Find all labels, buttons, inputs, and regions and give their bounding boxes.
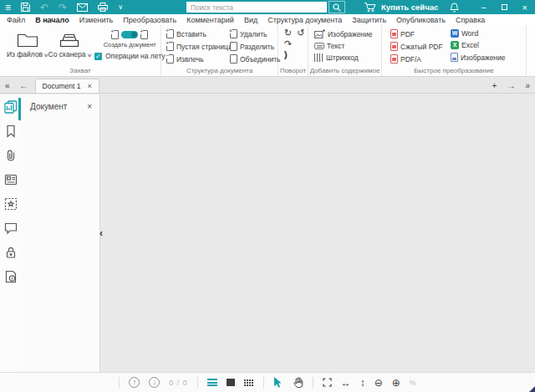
buy-now-button[interactable]: Купить сейчас bbox=[364, 2, 438, 13]
delete-button[interactable]: ×Удалить bbox=[230, 29, 281, 38]
panel-close-icon[interactable]: × bbox=[87, 102, 92, 111]
search-input[interactable] bbox=[186, 2, 327, 13]
blank-page-button[interactable]: +Пустая страница bbox=[166, 42, 227, 51]
hand-icon bbox=[293, 377, 303, 388]
menu-help[interactable]: Справка bbox=[456, 16, 485, 24]
add-text-label: Текст bbox=[327, 42, 344, 50]
scroll-tabs-end-button[interactable]: » bbox=[520, 81, 535, 93]
scroll-tabs-left-button[interactable]: ← bbox=[15, 81, 33, 93]
scroll-tabs-right-button[interactable]: → bbox=[502, 81, 520, 93]
next-page-button[interactable]: ↓ bbox=[149, 377, 160, 388]
menu-comment[interactable]: Комментарий bbox=[186, 16, 234, 24]
sidebar-item-comments[interactable] bbox=[4, 221, 18, 235]
search-button[interactable] bbox=[329, 1, 345, 13]
on-the-fly-checkbox-row[interactable]: ✓ Операции на лету bbox=[94, 52, 166, 60]
sidebar-item-attachments[interactable] bbox=[4, 149, 18, 162]
title-bar: ≡ ↶ ↷ ∨ Купить сейчас − × bbox=[0, 0, 535, 14]
quickbar-dropdown[interactable]: ∨ bbox=[113, 0, 128, 14]
sidebar-item-document-info[interactable] bbox=[4, 270, 18, 283]
zoom-in-button[interactable]: ⊕ bbox=[392, 378, 400, 388]
ribbon-group-add-content: Изображение Текст Штрихкод Добавить соде… bbox=[308, 25, 382, 76]
redo-icon: ↷ bbox=[59, 3, 67, 13]
menu-view[interactable]: Вид bbox=[244, 16, 257, 24]
convert-pdfa-button[interactable]: PDF/A bbox=[390, 54, 444, 64]
convert-word-button[interactable]: WWord bbox=[451, 29, 506, 38]
previous-page-button[interactable]: ↑ bbox=[129, 377, 140, 388]
fit-height-button[interactable]: ↕ bbox=[360, 378, 365, 388]
fit-width-button[interactable]: ↔ bbox=[341, 378, 351, 388]
new-tab-button[interactable]: + bbox=[487, 81, 502, 93]
convert-compressed-pdf-button[interactable]: Сжатый PDF bbox=[390, 42, 444, 51]
tab-bar: « ← Document 1 × + → » bbox=[0, 77, 535, 94]
ribbon-group-capture: Из файлов∨ Со сканера∨ + + Создать докум… bbox=[0, 25, 161, 76]
bookmark-icon bbox=[4, 125, 18, 138]
add-text-button[interactable]: Текст bbox=[314, 42, 381, 50]
insert-button[interactable]: +Вставить bbox=[166, 29, 227, 38]
pdfa-file-icon bbox=[390, 54, 398, 64]
sidebar-item-pages[interactable] bbox=[4, 100, 18, 114]
status-bar: ↑ ↓ 0 / 0 ↔ ↕ ⊖ ⊕ % bbox=[0, 372, 535, 392]
extract-button[interactable]: −Извлечь bbox=[166, 54, 227, 64]
email-button[interactable] bbox=[72, 0, 93, 14]
window-resize-grip[interactable] bbox=[529, 386, 535, 392]
single-page-view-button[interactable] bbox=[227, 379, 235, 386]
notifications-button[interactable] bbox=[442, 0, 466, 14]
menu-document-structure[interactable]: Структура документа bbox=[268, 16, 342, 24]
scroll-tabs-start-button[interactable]: « bbox=[0, 81, 15, 93]
menu-convert[interactable]: Преобразовать bbox=[123, 16, 176, 24]
convert-excel-button[interactable]: XExcel bbox=[451, 41, 506, 49]
menu-publish[interactable]: Опубликовать bbox=[396, 16, 446, 24]
merge-button[interactable]: Объединить bbox=[230, 54, 281, 64]
sidebar-item-security[interactable] bbox=[4, 246, 18, 259]
convert-pdf-button[interactable]: PDF bbox=[390, 29, 444, 38]
save-button[interactable] bbox=[16, 0, 35, 14]
menu-edit[interactable]: Изменить bbox=[79, 16, 114, 24]
split-button[interactable]: Разделить bbox=[230, 42, 281, 51]
grid-view-button[interactable] bbox=[244, 379, 254, 386]
add-image-button[interactable]: Изображение bbox=[314, 29, 381, 38]
hand-tool-button[interactable] bbox=[293, 377, 303, 388]
panel-collapse-handle[interactable]: ‹ bbox=[99, 228, 103, 238]
maximize-icon bbox=[502, 4, 507, 10]
fullscreen-button[interactable] bbox=[323, 378, 332, 387]
redo-button[interactable]: ↷ bbox=[54, 0, 72, 14]
document-tab[interactable]: Document 1 × bbox=[35, 79, 99, 93]
menu-file[interactable]: Файл bbox=[7, 16, 25, 24]
minimize-button[interactable]: − bbox=[473, 0, 493, 14]
zoom-out-button[interactable]: ⊖ bbox=[374, 378, 383, 388]
group-label-structure: Структура документа bbox=[161, 67, 278, 74]
tab-close-icon[interactable]: × bbox=[87, 82, 91, 90]
rotate-arc-icon[interactable]: ) bbox=[284, 49, 288, 59]
convert-image-button[interactable]: Изображение bbox=[451, 53, 506, 62]
checkbox-checked-icon[interactable]: ✓ bbox=[94, 53, 102, 60]
page-plus-icon: + bbox=[166, 29, 174, 38]
main-menu-button[interactable]: ≡ bbox=[0, 0, 16, 14]
sidebar-item-stamps[interactable] bbox=[4, 197, 18, 211]
tab-title: Document 1 bbox=[43, 82, 81, 90]
select-tool-button[interactable] bbox=[273, 377, 283, 388]
rotate-right-icon[interactable]: ↻ bbox=[284, 28, 292, 38]
close-button[interactable]: × bbox=[515, 0, 535, 14]
sidebar-item-bookmarks[interactable] bbox=[4, 125, 18, 138]
page-x-icon: × bbox=[230, 29, 237, 38]
on-the-fly-label: Операции на лету bbox=[105, 52, 166, 60]
maximize-button[interactable] bbox=[494, 0, 515, 14]
sidebar-item-form-fields[interactable] bbox=[4, 173, 18, 186]
word-file-icon: W bbox=[451, 29, 459, 38]
menu-protect[interactable]: Защитить bbox=[352, 16, 386, 24]
add-barcode-button[interactable]: Штрихкод bbox=[314, 53, 381, 62]
create-document-toggle[interactable] bbox=[121, 31, 138, 38]
rotate-left-icon[interactable]: ↺ bbox=[297, 28, 304, 38]
cursor-icon bbox=[273, 377, 283, 388]
rotate-180-icon[interactable]: ↷ bbox=[284, 38, 292, 48]
print-button[interactable] bbox=[93, 0, 113, 14]
undo-button[interactable]: ↶ bbox=[35, 0, 54, 14]
menu-home[interactable]: В начало bbox=[35, 16, 69, 24]
chevron-down-icon: ∨ bbox=[118, 4, 123, 11]
multi-page-icon: + bbox=[140, 30, 148, 39]
text-box-icon bbox=[314, 43, 324, 49]
page-split-icon bbox=[230, 42, 237, 51]
continuous-view-button[interactable] bbox=[207, 379, 217, 386]
merge-label: Объединить bbox=[240, 55, 281, 64]
comment-icon bbox=[4, 221, 18, 235]
